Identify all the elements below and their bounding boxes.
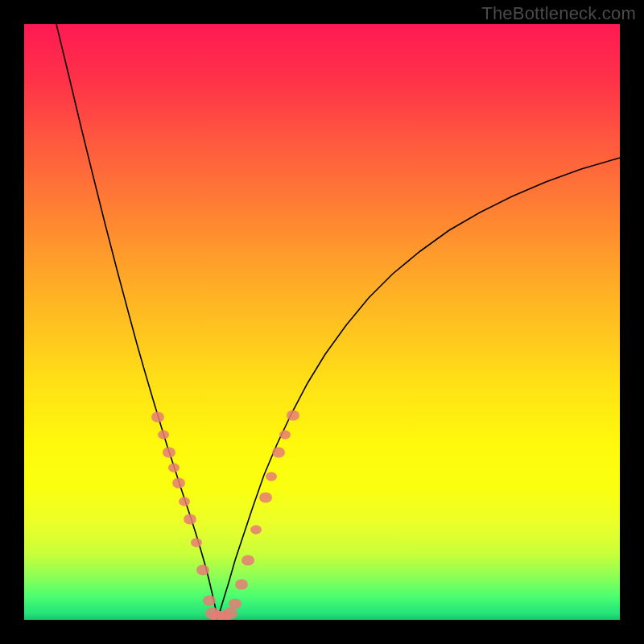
plot-area: [24, 24, 620, 620]
data-marker: [172, 477, 185, 488]
data-marker: [266, 472, 277, 481]
data-marker: [250, 525, 262, 534]
watermark-text: TheBottleneck.com: [481, 3, 636, 24]
data-marker: [168, 463, 180, 472]
data-marker: [235, 579, 248, 589]
data-marker: [287, 410, 299, 420]
data-marker: [223, 608, 237, 620]
data-marker: [158, 430, 169, 439]
data-marker: [191, 538, 202, 547]
right-curve: [217, 158, 620, 620]
data-marker: [203, 595, 216, 605]
chart-frame: TheBottleneck.com: [0, 0, 644, 644]
data-marker: [196, 564, 209, 575]
data-marker: [259, 492, 272, 502]
data-markers: [151, 410, 299, 620]
data-marker: [229, 598, 242, 609]
data-marker: [151, 411, 164, 422]
data-marker: [184, 514, 196, 524]
data-marker: [279, 430, 291, 439]
data-marker: [272, 447, 285, 457]
data-marker: [163, 447, 175, 457]
data-marker: [242, 555, 254, 565]
left-curve: [56, 24, 217, 620]
data-marker: [179, 497, 190, 506]
chart-svg: [24, 24, 620, 620]
